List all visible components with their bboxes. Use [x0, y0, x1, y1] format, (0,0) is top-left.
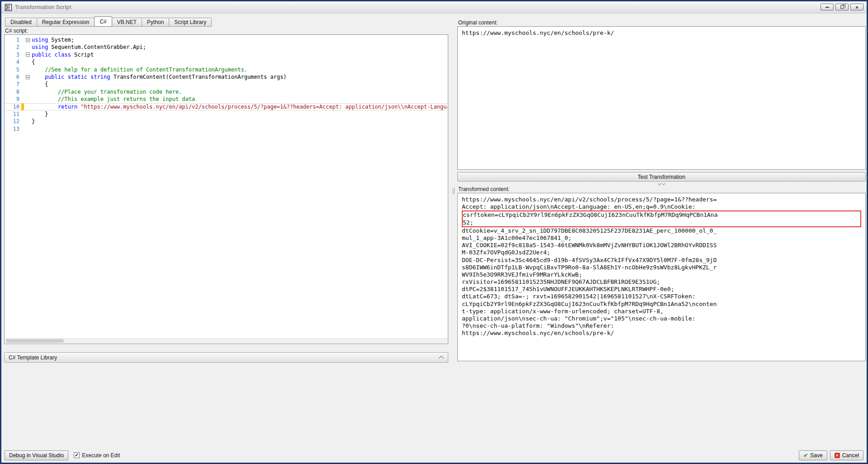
line-number: 7 — [5, 81, 21, 88]
chevron-down-icon — [662, 182, 665, 185]
transformed-content-box[interactable]: https://www.myschools.nyc/en/api/v2/scho… — [457, 193, 866, 361]
line-number: 10 — [5, 103, 21, 110]
transformed-line: 52; — [463, 219, 860, 226]
transformed-line: cLYpqiCb2Y9rl9En6pkFzZX3GqO8CujI623nCuuT… — [462, 301, 861, 308]
save-check-icon: ✔ — [803, 452, 808, 459]
text-block: https://www.myschools.nyc/en/api/v2/scho… — [462, 196, 861, 210]
code-lines: 1using System;2using Sequentum.ContentGr… — [5, 36, 447, 338]
app-icon — [5, 4, 12, 11]
tab-disabled[interactable]: Disabled — [5, 18, 37, 27]
tab-python[interactable]: Python — [142, 18, 169, 27]
code-text: //See help for a definition of ContentTr… — [32, 66, 447, 73]
line-number: 4 — [5, 58, 21, 66]
close-icon: × — [855, 5, 858, 10]
code-text: //This example just returns the input da… — [32, 96, 447, 103]
code-line[interactable]: 11 } — [5, 110, 447, 118]
transformed-line: M-03Zfx7OVPqdG0JsdZ2Uer4; — [462, 249, 861, 256]
code-line[interactable]: 3public class Script — [5, 51, 447, 58]
fold-collapse-icon[interactable] — [26, 53, 30, 57]
execute-on-edit-row: ✓ Execute on Edit — [74, 452, 120, 459]
minimize-button[interactable] — [821, 4, 834, 10]
fold-gutter — [24, 81, 32, 88]
line-number: 12 — [5, 118, 21, 125]
cancel-x-icon: × — [835, 453, 840, 458]
code-line[interactable]: 13 — [5, 125, 447, 133]
code-editor[interactable]: 1using System;2using Sequentum.ContentGr… — [4, 34, 448, 344]
titlebar[interactable]: Transformation Script × — [1, 1, 867, 14]
horizontal-scrollbar[interactable] — [5, 338, 447, 343]
transformed-line: rxVisitor=16965811015235NHJDNEF9Q67AJDCL… — [462, 278, 861, 286]
fold-gutter — [24, 66, 32, 73]
transformed-line: ?0\nsec-ch-ua-platform: "Windows"\nRefer… — [462, 322, 861, 330]
code-text — [32, 125, 447, 133]
debug-in-visual-studio-button[interactable]: Debug in Visual Studio — [5, 450, 68, 460]
fold-gutter — [24, 118, 32, 125]
line-number: 9 — [5, 96, 21, 103]
fold-collapse-icon[interactable] — [26, 75, 30, 79]
fold-gutter — [24, 110, 32, 118]
transformed-line: dtCookie=v_4_srv_2_sn_1DD797DBE8C0832051… — [462, 227, 861, 234]
transformed-line: csrftoken=cLYpqiCb2Y9rl9En6pkFzZX3GqO8Cu… — [463, 211, 860, 219]
chevron-up-icon[interactable] — [439, 355, 444, 360]
code-line[interactable]: 9 //This example just returns the input … — [5, 96, 447, 103]
code-text: using System; — [32, 36, 447, 43]
code-text: public static string TransformContent(Co… — [32, 73, 447, 81]
cancel-label: Cancel — [842, 452, 859, 459]
transformation-script-window: Transformation Script × Disabled Regular… — [0, 0, 868, 464]
highlight-box: csrftoken=cLYpqiCb2Y9rl9En6pkFzZX3GqO8Cu… — [462, 210, 861, 227]
restore-button[interactable] — [835, 4, 849, 10]
code-line[interactable]: 6 public static string TransformContent(… — [5, 73, 447, 81]
transformed-line: s8D6IWW6inDTfp1LB-WvpqCiBxvTP9Ro0-8a-SlA… — [462, 264, 861, 271]
tab-script-library[interactable]: Script Library — [169, 18, 212, 27]
fold-gutter — [24, 103, 32, 110]
code-line[interactable]: 8 //Place your transformation code here. — [5, 88, 447, 96]
line-number: 6 — [5, 73, 21, 81]
code-text: { — [32, 81, 447, 88]
template-library-bar[interactable]: C# Template Library — [4, 352, 448, 363]
tab-regular-expression[interactable]: Regular Expression — [37, 18, 95, 27]
code-text: public class Script — [32, 51, 447, 58]
execute-on-edit-checkbox[interactable]: ✓ — [74, 452, 80, 458]
tab-csharp[interactable]: C# — [94, 16, 112, 27]
code-line[interactable]: 1using System; — [5, 36, 447, 43]
execute-on-edit-label: Execute on Edit — [82, 452, 120, 459]
transformed-line: application/json\nsec-ch-ua: "Chromium";… — [462, 315, 861, 322]
test-transformation-button[interactable]: Test Transformation — [457, 172, 866, 182]
fold-collapse-icon[interactable] — [26, 38, 30, 42]
transformed-line: AVI_COOKIE=02f9c818a5-1543-46tEWNMk0Vk8m… — [462, 242, 861, 249]
line-number: 5 — [5, 66, 21, 73]
panel-splitter-grip[interactable] — [453, 188, 455, 194]
line-number: 8 — [5, 88, 21, 96]
code-line[interactable]: 7 { — [5, 81, 447, 88]
code-line[interactable]: 12} — [5, 118, 447, 125]
transformed-line: dtPC=2$381101517_745h1vUWNOUFFJEUKKAHTHK… — [462, 286, 861, 293]
code-line[interactable]: 10 return "https://www.myschools.nyc/en/… — [5, 103, 447, 110]
horizontal-splitter-grip[interactable] — [457, 182, 866, 186]
code-line[interactable]: 2using Sequentum.ContentGrabber.Api; — [5, 43, 447, 51]
fold-gutter — [24, 43, 32, 51]
cancel-button[interactable]: × Cancel — [830, 450, 863, 460]
original-content-box[interactable]: https://www.myschools.nyc/en/schools/pre… — [457, 26, 866, 170]
transformed-line: https://www.myschools.nyc/en/api/v2/scho… — [462, 196, 861, 203]
chevron-down-icon — [658, 182, 661, 185]
save-button[interactable]: ✔ Save — [799, 450, 827, 460]
code-text: { — [32, 58, 447, 66]
scrollbar-thumb[interactable] — [6, 339, 64, 343]
transformed-line: https://www.myschools.nyc/en/schools/pre… — [462, 330, 861, 337]
tab-vbnet[interactable]: VB.NET — [112, 18, 142, 27]
code-line[interactable]: 4{ — [5, 58, 447, 66]
script-label: C# script: — [5, 28, 28, 34]
close-button[interactable]: × — [850, 4, 863, 10]
code-line[interactable]: 5 //See help for a definition of Content… — [5, 66, 447, 73]
line-number: 11 — [5, 110, 21, 118]
code-text: return "https://www.myschools.nyc/en/api… — [32, 103, 447, 110]
text-block: dtCookie=v_4_srv_2_sn_1DD797DBE8C0832051… — [462, 227, 861, 337]
transformed-line: dtLatC=673; dtSa=-; rxvt=1696582901542|1… — [462, 293, 861, 300]
line-number: 3 — [5, 51, 21, 58]
line-number: 13 — [5, 125, 21, 133]
window-title: Transformation Script — [15, 4, 71, 10]
original-content-text: https://www.myschools.nyc/en/schools/pre… — [462, 29, 614, 36]
original-content-label: Original content: — [458, 19, 498, 26]
footer-bar: Debug in Visual Studio ✓ Execute on Edit… — [1, 448, 867, 463]
code-text: using Sequentum.ContentGrabber.Api; — [32, 43, 447, 51]
